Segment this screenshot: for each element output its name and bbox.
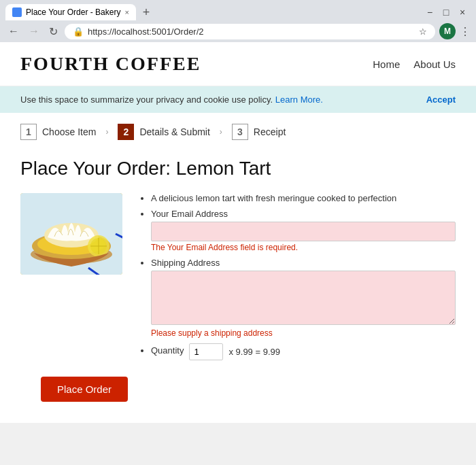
- step-2-label: Details & Submit: [139, 126, 209, 137]
- step-2[interactable]: 2 Details & Submit: [118, 124, 209, 140]
- step-1-label: Choose Item: [42, 126, 96, 137]
- shipping-input[interactable]: [151, 271, 456, 325]
- description-list: A delicious lemon tart with fresh mering…: [139, 193, 456, 360]
- minimize-button[interactable]: −: [424, 7, 435, 18]
- page-content: Fourth Coffee Home About Us Use this spa…: [0, 42, 476, 423]
- step-separator-1: ›: [105, 127, 108, 137]
- item-image: [20, 193, 122, 275]
- email-error: The Your Email Address field is required…: [151, 243, 456, 252]
- bookmark-icon[interactable]: ☆: [419, 27, 427, 37]
- site-logo: Fourth Coffee: [20, 53, 201, 75]
- close-button[interactable]: ×: [457, 7, 468, 18]
- shipping-field-item: Shipping Address Please supply a shippin…: [151, 258, 456, 338]
- tab-close-button[interactable]: ×: [124, 8, 129, 16]
- place-order-button[interactable]: Place Order: [41, 377, 128, 402]
- shipping-error: Please supply a shipping address: [151, 328, 456, 338]
- forward-button[interactable]: →: [26, 24, 42, 39]
- steps-bar: 1 Choose Item › 2 Details & Submit › 3 R…: [0, 113, 476, 151]
- total-price: 9.99: [263, 347, 280, 357]
- order-body: A delicious lemon tart with fresh mering…: [20, 193, 456, 366]
- menu-dots-icon[interactable]: ⋮: [460, 25, 471, 38]
- step-3-number: 3: [232, 124, 248, 140]
- active-tab[interactable]: Place Your Order - Bakery ×: [5, 4, 136, 20]
- reload-button[interactable]: ↻: [46, 24, 61, 39]
- tab-title: Place Your Order - Bakery: [26, 7, 120, 17]
- tab-favicon: [12, 7, 22, 17]
- window-controls: − □ ×: [424, 7, 471, 18]
- url-bar[interactable]: 🔒 https://localhost:5001/Order/2 ☆: [65, 24, 435, 39]
- address-bar: ← → ↻ 🔒 https://localhost:5001/Order/2 ☆…: [0, 20, 476, 42]
- item-description: A delicious lemon tart with fresh mering…: [151, 193, 456, 203]
- tart-image-svg: [20, 193, 122, 275]
- email-input[interactable]: [151, 222, 456, 241]
- order-title: Place Your Order: Lemon Tart: [20, 158, 456, 179]
- url-text: https://localhost:5001/Order/2: [88, 27, 204, 37]
- site-nav: Home About Us: [373, 58, 456, 70]
- step-separator-2: ›: [220, 127, 222, 137]
- unit-price: 9.99: [236, 347, 253, 357]
- back-button[interactable]: ←: [5, 24, 22, 39]
- new-tab-button[interactable]: +: [139, 5, 154, 20]
- cookie-text: Use this space to summarize your privacy…: [20, 94, 323, 105]
- site-header: Fourth Coffee Home About Us: [0, 42, 476, 86]
- cookie-accept-button[interactable]: Accept: [426, 94, 456, 105]
- browser-window: Place Your Order - Bakery × + − □ × ← → …: [0, 0, 476, 423]
- email-label: Your Email Address: [151, 209, 456, 219]
- quantity-calc: x 9.99 = 9.99: [228, 347, 280, 357]
- restore-button[interactable]: □: [441, 7, 452, 18]
- tab-bar: Place Your Order - Bakery × + − □ ×: [0, 0, 476, 20]
- learn-more-link[interactable]: Learn More.: [275, 94, 323, 105]
- shipping-label: Shipping Address: [151, 258, 456, 268]
- user-avatar[interactable]: M: [439, 23, 456, 39]
- quantity-label: Quantity: [151, 345, 184, 356]
- email-field-item: Your Email Address The Your Email Addres…: [151, 209, 456, 252]
- step-2-number: 2: [118, 124, 134, 140]
- form-section: A delicious lemon tart with fresh mering…: [139, 193, 456, 366]
- step-3[interactable]: 3 Receipt: [232, 124, 286, 140]
- main-content: Place Your Order: Lemon Tart: [0, 151, 476, 422]
- step-1[interactable]: 1 Choose Item: [20, 124, 96, 140]
- cookie-banner: Use this space to summarize your privacy…: [0, 86, 476, 113]
- quantity-row: Quantity x 9.99 = 9.99: [151, 343, 456, 360]
- about-link[interactable]: About Us: [413, 58, 456, 70]
- step-3-label: Receipt: [254, 126, 286, 137]
- quantity-input[interactable]: [189, 343, 223, 360]
- step-1-number: 1: [20, 124, 37, 140]
- home-link[interactable]: Home: [373, 58, 400, 70]
- quantity-item: Quantity x 9.99 = 9.99: [151, 343, 456, 360]
- lock-icon: 🔒: [73, 27, 84, 37]
